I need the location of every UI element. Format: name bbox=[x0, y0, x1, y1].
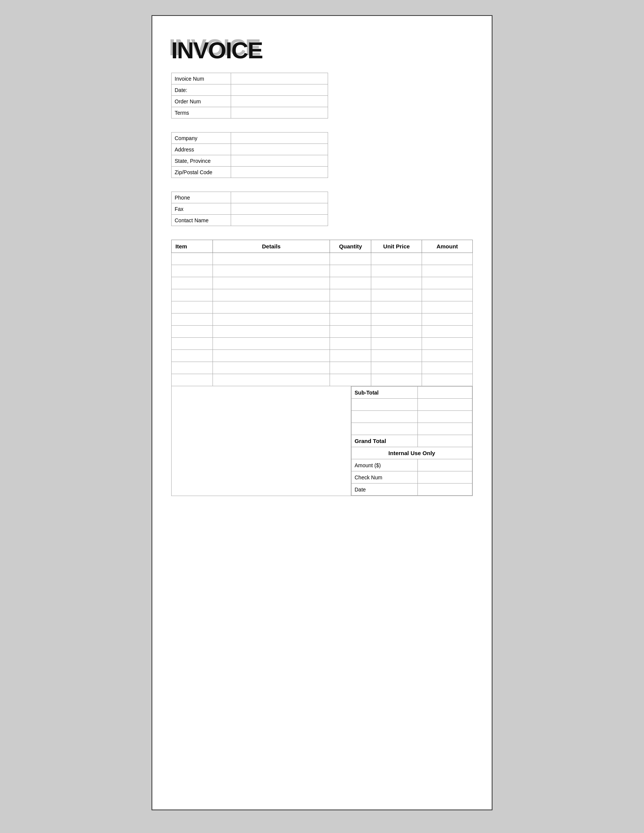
extra-value[interactable] bbox=[418, 399, 472, 411]
item-cell[interactable] bbox=[172, 277, 213, 289]
details-cell[interactable] bbox=[213, 277, 330, 289]
field-value[interactable] bbox=[231, 167, 328, 178]
extra-label[interactable] bbox=[351, 423, 418, 435]
field-value[interactable] bbox=[231, 192, 328, 203]
details-cell[interactable] bbox=[213, 338, 330, 350]
unit-price-cell[interactable] bbox=[371, 253, 422, 265]
quantity-cell[interactable] bbox=[330, 277, 371, 289]
amount-cell[interactable] bbox=[422, 374, 473, 386]
unit-price-cell[interactable] bbox=[371, 350, 422, 362]
field-value[interactable] bbox=[231, 73, 328, 84]
totals-table: Sub-TotalGrand TotalInternal Use OnlyAmo… bbox=[351, 386, 472, 495]
extra-label[interactable] bbox=[351, 399, 418, 411]
field-value[interactable] bbox=[231, 203, 328, 215]
item-cell[interactable] bbox=[172, 374, 213, 386]
unit-price-cell[interactable] bbox=[371, 362, 422, 374]
contact-info-row: Fax bbox=[172, 203, 328, 215]
item-cell[interactable] bbox=[172, 253, 213, 265]
quantity-cell[interactable] bbox=[330, 338, 371, 350]
quantity-cell[interactable] bbox=[330, 314, 371, 326]
details-cell[interactable] bbox=[213, 253, 330, 265]
field-label: Terms bbox=[172, 107, 231, 119]
company-info-row: Zip/Postal Code bbox=[172, 167, 328, 178]
quantity-cell[interactable] bbox=[330, 253, 371, 265]
field-value[interactable] bbox=[231, 96, 328, 107]
amount-cell[interactable] bbox=[422, 265, 473, 277]
quantity-cell[interactable] bbox=[330, 350, 371, 362]
table-row bbox=[172, 362, 473, 374]
details-cell[interactable] bbox=[213, 362, 330, 374]
item-cell[interactable] bbox=[172, 289, 213, 301]
extra-value[interactable] bbox=[418, 423, 472, 435]
extra-label[interactable] bbox=[351, 411, 418, 423]
internal-field-value[interactable] bbox=[418, 471, 472, 484]
unit-price-cell[interactable] bbox=[371, 326, 422, 338]
internal-field-label: Check Num bbox=[351, 471, 418, 484]
contact-info-row: Phone bbox=[172, 192, 328, 203]
item-cell[interactable] bbox=[172, 301, 213, 314]
field-value[interactable] bbox=[231, 132, 328, 144]
field-value[interactable] bbox=[231, 144, 328, 155]
item-cell[interactable] bbox=[172, 326, 213, 338]
details-cell[interactable] bbox=[213, 350, 330, 362]
quantity-cell[interactable] bbox=[330, 265, 371, 277]
amount-cell[interactable] bbox=[422, 362, 473, 374]
item-cell[interactable] bbox=[172, 362, 213, 374]
quantity-cell[interactable] bbox=[330, 362, 371, 374]
unit-price-cell[interactable] bbox=[371, 374, 422, 386]
unit-price-cell[interactable] bbox=[371, 301, 422, 314]
amount-cell[interactable] bbox=[422, 253, 473, 265]
details-cell[interactable] bbox=[213, 265, 330, 277]
col-header-details: Details bbox=[213, 240, 330, 253]
invoice-info-row: Terms bbox=[172, 107, 328, 119]
amount-cell[interactable] bbox=[422, 314, 473, 326]
details-cell[interactable] bbox=[213, 326, 330, 338]
table-row bbox=[172, 326, 473, 338]
amount-cell[interactable] bbox=[422, 326, 473, 338]
quantity-cell[interactable] bbox=[330, 326, 371, 338]
field-value[interactable] bbox=[231, 215, 328, 226]
amount-cell[interactable] bbox=[422, 289, 473, 301]
unit-price-cell[interactable] bbox=[371, 338, 422, 350]
totals-extra-row bbox=[351, 411, 472, 423]
field-label: State, Province bbox=[172, 155, 231, 167]
sub-total-value[interactable] bbox=[418, 387, 472, 399]
internal-field-value[interactable] bbox=[418, 484, 472, 495]
internal-field-value[interactable] bbox=[418, 459, 472, 471]
item-cell[interactable] bbox=[172, 265, 213, 277]
unit-price-cell[interactable] bbox=[371, 314, 422, 326]
amount-cell[interactable] bbox=[422, 277, 473, 289]
sub-total-row: Sub-Total bbox=[351, 387, 472, 399]
quantity-cell[interactable] bbox=[330, 374, 371, 386]
col-header-unit-price: Unit Price bbox=[371, 240, 422, 253]
details-cell[interactable] bbox=[213, 314, 330, 326]
amount-cell[interactable] bbox=[422, 338, 473, 350]
unit-price-cell[interactable] bbox=[371, 277, 422, 289]
item-cell[interactable] bbox=[172, 314, 213, 326]
company-info-row: Address bbox=[172, 144, 328, 155]
totals-extra-row bbox=[351, 423, 472, 435]
field-value[interactable] bbox=[231, 84, 328, 96]
unit-price-cell[interactable] bbox=[371, 289, 422, 301]
items-table: Item Details Quantity Unit Price Amount bbox=[171, 240, 473, 386]
invoice-info-row: Order Num bbox=[172, 96, 328, 107]
invoice-info-table: Invoice NumDate:Order NumTerms bbox=[171, 73, 328, 119]
field-value[interactable] bbox=[231, 107, 328, 119]
quantity-cell[interactable] bbox=[330, 301, 371, 314]
grand-total-row: Grand Total bbox=[351, 435, 472, 447]
details-cell[interactable] bbox=[213, 301, 330, 314]
amount-cell[interactable] bbox=[422, 350, 473, 362]
grand-total-value[interactable] bbox=[418, 435, 472, 447]
item-cell[interactable] bbox=[172, 338, 213, 350]
invoice-logo: INVOICE INVOICE bbox=[171, 39, 473, 62]
field-value[interactable] bbox=[231, 155, 328, 167]
unit-price-cell[interactable] bbox=[371, 265, 422, 277]
details-cell[interactable] bbox=[213, 289, 330, 301]
quantity-cell[interactable] bbox=[330, 289, 371, 301]
item-cell[interactable] bbox=[172, 350, 213, 362]
extra-value[interactable] bbox=[418, 411, 472, 423]
details-cell[interactable] bbox=[213, 374, 330, 386]
field-label: Date: bbox=[172, 84, 231, 96]
amount-cell[interactable] bbox=[422, 301, 473, 314]
table-row bbox=[172, 338, 473, 350]
